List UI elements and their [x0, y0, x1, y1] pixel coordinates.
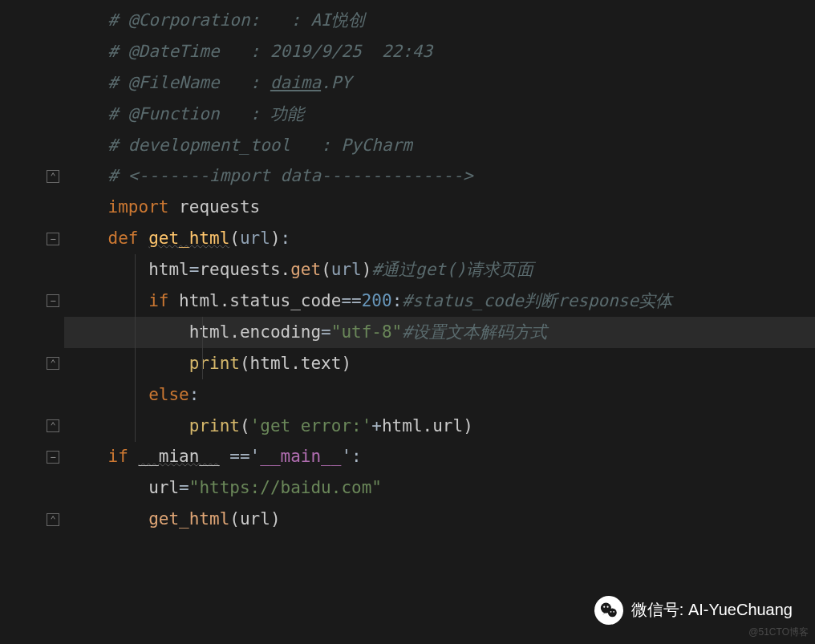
code-token: url — [331, 254, 362, 286]
gutter-row: − — [0, 286, 59, 317]
code-token: if — [108, 441, 139, 472]
code-token: . — [281, 254, 291, 286]
fold-end-icon[interactable]: ⌃ — [47, 170, 59, 183]
code-area[interactable]: # @Corporation: : AI悦创 # @DateTime : 201… — [64, 0, 815, 644]
code-token: #status_code判断response实体 — [402, 286, 672, 317]
gutter-row: ⌃ — [0, 411, 59, 442]
code-token: ) — [362, 254, 372, 286]
fold-end-icon[interactable]: ⌃ — [47, 357, 59, 370]
gutter-row: ⌃ — [0, 160, 59, 192]
code-line[interactable]: print('get error:'+html.url) — [64, 411, 815, 442]
gutter-row — [0, 130, 59, 161]
code-token: = — [321, 317, 331, 348]
code-token: html — [250, 348, 291, 379]
fold-collapse-icon[interactable]: − — [47, 233, 59, 245]
code-line[interactable]: def get_html(url): — [64, 223, 815, 254]
code-line[interactable]: html=requests.get(url)#通过get()请求页面 — [64, 254, 815, 286]
code-token: __mian__ — [139, 441, 220, 472]
wechat-label: 微信号: AI-YueChuang — [631, 595, 793, 625]
fold-collapse-icon[interactable]: − — [47, 451, 59, 464]
code-token: # <-------import data--------------> — [108, 160, 473, 192]
code-token: print — [189, 348, 240, 379]
code-token: # @Corporation: : AI悦创 — [108, 5, 365, 36]
gutter-row: ⌃ — [0, 348, 59, 379]
code-token: ) — [463, 411, 473, 442]
code-token: ==' — [220, 441, 261, 472]
code-token: url — [240, 223, 270, 254]
code-line[interactable]: # @Corporation: : AI悦创 — [64, 5, 815, 36]
code-token: : — [189, 379, 200, 411]
code-line[interactable]: # @DateTime : 2019/9/25 22:43 — [64, 36, 815, 67]
svg-point-4 — [610, 610, 611, 612]
code-token: = — [179, 472, 189, 504]
code-line[interactable]: if __mian__ =='__main__': — [64, 441, 815, 472]
code-token: = — [189, 254, 200, 286]
code-token: "utf-8" — [331, 317, 403, 348]
gutter-row — [0, 317, 59, 348]
code-token: : — [392, 286, 403, 317]
code-token: get_html — [148, 504, 229, 535]
code-token: # @FileName : — [108, 67, 270, 99]
code-token: # development_tool : PyCharm — [108, 130, 412, 161]
gutter-row — [0, 192, 59, 223]
gutter-row: ⌃ — [0, 504, 59, 535]
wechat-watermark: 微信号: AI-YueChuang — [594, 595, 793, 625]
code-line[interactable]: else: — [64, 379, 815, 411]
code-line[interactable]: get_html(url) — [64, 504, 815, 535]
code-line[interactable]: # development_tool : PyCharm — [64, 130, 815, 161]
code-token: #设置文本解码方式 — [402, 317, 547, 348]
code-token: url — [240, 504, 270, 535]
wechat-icon — [594, 596, 623, 625]
code-token: html — [189, 317, 230, 348]
code-token: text — [301, 348, 342, 379]
code-line[interactable]: import requests — [64, 192, 815, 223]
gutter-row — [0, 5, 59, 36]
code-token: get — [290, 254, 321, 286]
svg-point-3 — [606, 606, 608, 607]
gutter: ⌃−−⌃⌃−⌃ — [0, 0, 64, 644]
code-token: ) — [270, 223, 281, 254]
code-token: import — [108, 192, 180, 223]
gutter-row — [0, 379, 59, 411]
gutter-row: − — [0, 223, 59, 254]
gutter-row — [0, 99, 59, 130]
code-token: get_html — [148, 223, 229, 254]
site-watermark: @51CTO博客 — [748, 623, 809, 641]
code-token: print — [189, 411, 240, 442]
indent-guide — [202, 317, 203, 379]
fold-end-icon[interactable]: ⌃ — [47, 513, 59, 526]
code-token: : — [281, 223, 291, 254]
gutter-row — [0, 254, 59, 286]
svg-point-5 — [613, 610, 614, 612]
code-line[interactable]: print(html.text) — [64, 348, 815, 379]
fold-collapse-icon[interactable]: − — [47, 294, 59, 307]
code-line[interactable]: html.encoding="utf-8"#设置文本解码方式 — [64, 317, 815, 348]
code-line[interactable]: url="https://baidu.com" — [64, 472, 815, 504]
code-token: ': — [341, 441, 361, 472]
code-token: url — [432, 411, 463, 442]
code-token: 'get error:' — [250, 411, 372, 442]
code-token: 200 — [362, 286, 392, 317]
code-token: ( — [240, 411, 250, 442]
code-token: encoding — [240, 317, 321, 348]
code-token: .PY — [321, 67, 351, 99]
code-line[interactable]: # @FileName : daima.PY — [64, 67, 815, 99]
code-token: html — [382, 411, 423, 442]
code-token: # @Function : 功能 — [108, 99, 304, 130]
gutter-row — [0, 67, 59, 99]
code-token: == — [341, 286, 361, 317]
code-token: if — [148, 286, 179, 317]
code-token: ( — [229, 504, 240, 535]
code-token: ) — [341, 348, 351, 379]
svg-point-1 — [608, 608, 617, 617]
code-token: url — [148, 472, 179, 504]
code-line[interactable]: # <-------import data--------------> — [64, 160, 815, 192]
code-line[interactable]: # @Function : 功能 — [64, 99, 815, 130]
code-token: html — [179, 286, 220, 317]
code-editor[interactable]: ⌃−−⌃⌃−⌃ # @Corporation: : AI悦创 # @DateTi… — [0, 0, 815, 644]
code-line[interactable]: if html.status_code==200:#status_code判断r… — [64, 286, 815, 317]
fold-end-icon[interactable]: ⌃ — [47, 419, 59, 432]
gutter-row: − — [0, 441, 59, 472]
code-token: ) — [270, 504, 281, 535]
code-token: __main__ — [260, 441, 341, 472]
